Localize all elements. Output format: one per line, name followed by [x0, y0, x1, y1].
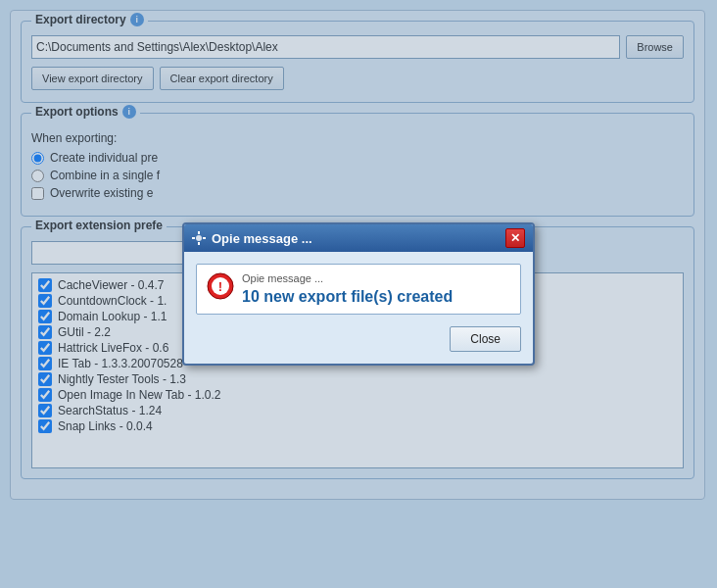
svg-rect-4	[203, 237, 206, 239]
modal-body: ! Opie message ... 10 new export file(s)…	[184, 252, 533, 364]
modal-inner-title: Opie message ...	[242, 272, 453, 284]
modal-inner-content: Opie message ... 10 new export file(s) c…	[242, 272, 453, 306]
modal-close-x-button[interactable]: ✕	[505, 228, 525, 248]
svg-rect-3	[192, 237, 195, 239]
modal-overlay: Opie message ... ✕ ! Opie message ... 10…	[0, 0, 717, 588]
opie-message-dialog: Opie message ... ✕ ! Opie message ... 10…	[182, 222, 535, 366]
svg-rect-1	[198, 231, 200, 234]
svg-point-0	[196, 235, 202, 241]
modal-message-text: 10 new export file(s) created	[242, 288, 453, 306]
modal-title-text: Opie message ...	[212, 231, 312, 246]
modal-title-icon	[192, 231, 206, 245]
svg-rect-2	[198, 242, 200, 245]
error-icon: !	[207, 272, 234, 300]
modal-close-button[interactable]: Close	[450, 326, 521, 352]
modal-footer: Close	[196, 326, 521, 352]
modal-title-left: Opie message ...	[192, 231, 312, 246]
modal-inner-box: ! Opie message ... 10 new export file(s)…	[196, 264, 521, 315]
modal-titlebar: Opie message ... ✕	[184, 224, 533, 252]
svg-text:!: !	[218, 279, 222, 294]
